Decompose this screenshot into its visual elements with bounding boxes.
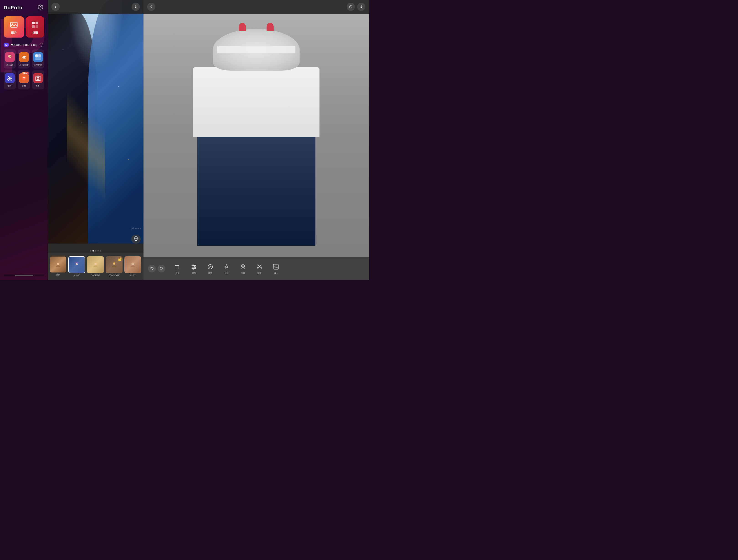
cutout-label: 抠图 (257, 272, 262, 275)
cut-label: 抠图 (8, 84, 12, 88)
left-content: DoFoto (4, 5, 44, 276)
filter-original-thumb (50, 256, 66, 273)
feature-beauty[interactable]: New 美颜 (18, 70, 30, 89)
adjust-label: 调节 (192, 272, 196, 275)
tool-effects[interactable]: 特效 (219, 261, 235, 276)
filter-gta-style[interactable]: 👑 GTA STYLE (106, 256, 122, 276)
watermark: rjshe.com (131, 227, 141, 230)
feature-cut[interactable]: 抠图 (4, 70, 16, 89)
svg-rect-6 (36, 25, 38, 28)
blindfold (217, 46, 295, 53)
tool-adjust[interactable]: 调节 (186, 261, 202, 276)
svg-point-21 (38, 78, 39, 79)
settings-icon[interactable] (38, 5, 44, 11)
filter-strip: 原图 ANIME (48, 253, 143, 280)
effects-label: 特效 (225, 272, 229, 275)
filter-icon (206, 263, 214, 271)
image-button-label: 图片 (11, 31, 17, 35)
filter-anime-preview (69, 257, 85, 273)
right-panel: 裁剪 调节 (143, 0, 369, 280)
magic-header: AI MAGIC FOR YOU ? (4, 43, 44, 47)
image-button[interactable]: 图片 (4, 16, 24, 38)
free-collage-label: 自由拼图 (33, 63, 43, 67)
tool-bg[interactable]: 背... (268, 261, 284, 276)
dot-2-active (92, 250, 94, 251)
filter-clay-thumb (124, 256, 141, 273)
person-figure (177, 26, 335, 257)
help-icon[interactable]: ? (40, 43, 43, 47)
scene-bg: ✦ ✦ ✦ ✦ (48, 0, 143, 243)
adjust-icon (190, 263, 198, 271)
svg-point-0 (40, 7, 41, 8)
ai-cartoon-label: AI卡通 (6, 63, 13, 67)
sparkle-4: ✦ (127, 158, 129, 160)
middle-download-button[interactable] (132, 3, 140, 11)
collage-button-label: 拼图 (32, 31, 38, 35)
golden-accents (67, 73, 105, 219)
sparkle-2: ✦ (118, 85, 119, 88)
magic-section: AI MAGIC FOR YOU ? (4, 43, 44, 89)
redo-button[interactable] (157, 265, 165, 272)
middle-top-bar (48, 0, 143, 14)
collage-button-icon (31, 20, 39, 29)
right-back-button[interactable] (147, 3, 155, 11)
svg-point-42 (244, 265, 244, 266)
bg-label: 背... (274, 272, 278, 275)
feature-hd-quality[interactable]: HD 高清画质 (18, 49, 30, 68)
camera-icon (33, 73, 43, 83)
compare-button[interactable] (131, 235, 141, 243)
tool-beauty[interactable]: 美颜 (235, 261, 251, 276)
svg-point-27 (77, 263, 78, 264)
right-image-area (143, 14, 369, 257)
crop-label: 裁剪 (175, 272, 179, 275)
hd-quality-label: 高清画质 (19, 63, 28, 67)
left-panel: P DoFoto (0, 0, 48, 280)
ornament-right (267, 23, 274, 31)
new-badge: New (22, 72, 29, 74)
undo-redo-area (146, 265, 167, 272)
filter-original[interactable]: 原图 (50, 256, 66, 277)
right-top-actions (347, 3, 365, 11)
ornament-left (239, 23, 246, 31)
svg-rect-12 (35, 57, 41, 60)
feature-grid: AI卡通 HD 高清画质 (4, 49, 44, 89)
right-toolbar: 裁剪 调节 (143, 257, 369, 280)
main-buttons: 图片 拼图 (4, 16, 44, 38)
svg-point-29 (113, 262, 115, 265)
middle-back-button[interactable] (51, 3, 60, 11)
middle-image-area: ✦ ✦ ✦ ✦ rjshe.com (48, 0, 143, 280)
hd-icon: HD (19, 52, 29, 62)
tool-filter[interactable]: 滤镜 (202, 261, 218, 276)
filter-radiant-label: RADIANT (91, 274, 100, 276)
undo-button[interactable] (148, 265, 156, 272)
beauty2-icon (239, 263, 247, 271)
svg-point-9 (10, 56, 11, 57)
feature-camera[interactable]: 相机 (32, 70, 44, 89)
filter-clay[interactable]: CLAY (124, 256, 141, 276)
filter-anime-label: ANIME (74, 274, 80, 276)
cutout-icon (255, 263, 264, 271)
ai-cartoon-icon (5, 52, 15, 62)
cut-icon (5, 73, 15, 83)
collage-button[interactable]: 拼图 (26, 16, 44, 38)
tool-crop[interactable]: 裁剪 (169, 261, 186, 276)
middle-panel: ✦ ✦ ✦ ✦ rjshe.com (48, 0, 143, 280)
filter-original-preview (50, 256, 66, 272)
svg-rect-4 (36, 22, 38, 24)
filter-anime[interactable]: ANIME (68, 256, 85, 276)
filter-radiant-thumb (87, 256, 104, 273)
sparkle-3: ✦ (81, 122, 82, 123)
right-history-button[interactable] (347, 3, 355, 11)
svg-point-8 (9, 56, 10, 57)
dot-4 (97, 250, 99, 251)
dot-1 (90, 250, 91, 251)
filter-radiant[interactable]: RADIANT (87, 256, 104, 276)
filter-label: 滤镜 (208, 272, 212, 275)
svg-rect-11 (38, 54, 41, 57)
filter-gta-label: GTA STYLE (109, 274, 119, 276)
right-download-button[interactable] (357, 3, 365, 11)
feature-free-collage[interactable]: 自由拼图 (32, 49, 44, 68)
feature-ai-cartoon[interactable]: AI卡通 (4, 49, 16, 68)
tool-cutout[interactable]: 抠图 (252, 261, 268, 276)
crown-icon: 👑 (118, 257, 122, 261)
